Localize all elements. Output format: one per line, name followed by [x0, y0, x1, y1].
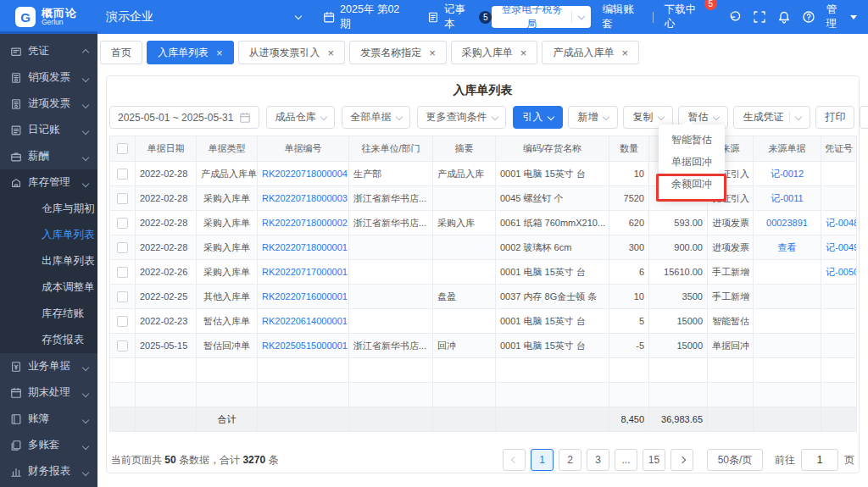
tax-bureau-button[interactable]: 登录电子税务局: [492, 6, 591, 28]
select-all-checkbox[interactable]: [117, 143, 128, 154]
undo-icon[interactable]: [728, 10, 742, 24]
cell-item: 0001 电脑 15英寸 台: [496, 162, 609, 186]
sidebar-item-label: 业务单据: [28, 359, 77, 374]
goto-page-input[interactable]: [801, 449, 838, 471]
sidebar-item[interactable]: 销项发票: [0, 64, 97, 91]
sidebar-subitem[interactable]: 入库单列表: [0, 222, 97, 248]
doc-no-link[interactable]: RK20220718000001: [262, 242, 348, 252]
page-button[interactable]: 1: [531, 449, 554, 471]
doc-no-link[interactable]: RK20220718000003: [262, 193, 348, 203]
sidebar-item[interactable]: 多账套: [0, 432, 97, 458]
row-checkbox[interactable]: [117, 267, 128, 278]
cell-item: 0002 玻璃杯 6cm: [496, 235, 609, 260]
source-doc-link[interactable]: 00023891: [766, 218, 808, 228]
next-page-button[interactable]: [670, 449, 693, 471]
sidebar-item[interactable]: 薪酬: [0, 143, 97, 169]
chevron-down-icon: [603, 113, 609, 119]
print-button[interactable]: 打印: [815, 106, 854, 129]
page-button[interactable]: 15: [643, 449, 665, 471]
cell-voucher: [821, 186, 857, 211]
more-filters-label: 更多查询条件: [426, 110, 487, 125]
sidebar-subitem[interactable]: 存货报表: [0, 327, 97, 353]
row-checkbox[interactable]: [117, 218, 128, 229]
page-size-select[interactable]: 50条/页: [707, 449, 763, 471]
sidebar-subitem[interactable]: 成本调整单: [0, 274, 97, 301]
doc-no-link[interactable]: RK20250515000001: [262, 340, 348, 351]
sidebar-item[interactable]: 凭证: [0, 38, 97, 64]
prev-page-button[interactable]: [503, 449, 526, 471]
doc-no-link[interactable]: RK20220718000002: [262, 218, 348, 228]
row-checkbox[interactable]: [117, 193, 128, 204]
period-display[interactable]: 2025年 第02期: [323, 3, 407, 31]
sidebar-item[interactable]: 期末处理: [0, 379, 97, 406]
voucher-link[interactable]: 记-0049: [826, 242, 857, 252]
estimate-menu-item[interactable]: 智能暂估: [659, 129, 725, 151]
scan-icon[interactable]: [753, 10, 766, 24]
page-ellipsis[interactable]: ...: [615, 449, 637, 471]
tab[interactable]: 入库单列表×: [147, 41, 234, 64]
generate-voucher-button[interactable]: 生成凭证: [733, 106, 810, 129]
company-selector[interactable]: 演示企业: [106, 9, 301, 25]
table-header-row: 单据日期单据类型单据编号往来单位/部门摘要编码/存货名称数量金额来源来源单据凭证…: [110, 136, 857, 162]
date-range-picker[interactable]: 2025-05-01 ~ 2025-05-31: [109, 106, 259, 129]
row-checkbox[interactable]: [117, 169, 128, 180]
row-checkbox[interactable]: [117, 242, 128, 253]
warehouse-select[interactable]: 成品仓库: [266, 106, 335, 129]
doc-no-link[interactable]: RK20220716000001: [262, 291, 348, 302]
cell-summary: [433, 260, 496, 285]
help-icon[interactable]: [802, 10, 815, 24]
voucher-link[interactable]: 记-0050: [826, 267, 857, 277]
sidebar-item[interactable]: 账簿: [0, 406, 97, 432]
row-checkbox[interactable]: [117, 291, 128, 302]
sidebar-item[interactable]: 业务单据: [0, 353, 97, 379]
tab[interactable]: 发票名称指定×: [349, 41, 447, 64]
tab-close-icon[interactable]: ×: [621, 47, 628, 58]
sidebar-subitem[interactable]: 出库单列表: [0, 248, 97, 274]
page-button[interactable]: 3: [587, 449, 609, 471]
notebook-link[interactable]: 记事本 5: [427, 3, 492, 31]
sidebar-group: 库存管理仓库与期初入库单列表出库单列表成本调整单库存结账存货报表: [0, 169, 97, 353]
sidebar-item[interactable]: 财务报表: [0, 458, 97, 484]
tab-close-icon[interactable]: ×: [429, 47, 436, 58]
cell-total-type: 合计: [197, 407, 258, 432]
sidebar-subitem[interactable]: 仓库与期初: [0, 196, 97, 222]
source-doc-link[interactable]: 查看: [778, 242, 797, 252]
tab[interactable]: 从进项发票引入×: [238, 41, 346, 64]
sidebar-item-label: 财务报表: [28, 464, 77, 479]
sidebar-subitem[interactable]: 库存结账: [0, 301, 97, 327]
sidebar-item[interactable]: 进项发票: [0, 91, 97, 117]
manage-menu[interactable]: 管理: [826, 3, 857, 31]
more-filters[interactable]: 更多查询条件: [417, 106, 506, 129]
more-button[interactable]: 更多: [860, 106, 868, 129]
page-button[interactable]: 2: [559, 449, 581, 471]
doc-type-select[interactable]: 全部单据: [342, 106, 410, 129]
sidebar-item[interactable]: 库存管理: [0, 169, 97, 196]
tab[interactable]: 首页: [100, 41, 142, 64]
cell-type: 采购入库单: [197, 260, 258, 285]
doc-no-link[interactable]: RK20220614000001: [262, 316, 348, 326]
sidebar-item[interactable]: 日记账: [0, 117, 97, 143]
estimate-menu-item[interactable]: 单据回冲: [659, 151, 725, 173]
source-doc-link[interactable]: 记-0012: [771, 169, 804, 179]
import-button[interactable]: 引入: [513, 106, 563, 129]
tab-close-icon[interactable]: ×: [328, 47, 335, 58]
doc-no-link[interactable]: RK20220717000001: [262, 267, 348, 277]
download-center-label: 下载中心: [665, 3, 703, 31]
edit-account-link[interactable]: 编辑账套: [602, 3, 641, 31]
bell-icon[interactable]: [777, 10, 791, 24]
add-button[interactable]: 新增: [568, 106, 618, 129]
source-doc-link[interactable]: 记-0011: [771, 193, 803, 203]
row-checkbox[interactable]: [117, 316, 128, 327]
estimate-menu-item[interactable]: 余额回冲: [659, 173, 725, 195]
doc-no-link[interactable]: RK20220718000004: [262, 169, 348, 179]
cell-qty: 10: [609, 285, 649, 309]
tab[interactable]: 采购入库单×: [451, 41, 538, 64]
download-center-link[interactable]: 下载中心 5: [665, 3, 717, 31]
tab[interactable]: 产成品入库单×: [542, 41, 639, 64]
cell-empty: [649, 358, 708, 383]
voucher-link[interactable]: 记-0048: [826, 218, 857, 228]
tab-close-icon[interactable]: ×: [216, 47, 223, 58]
row-checkbox[interactable]: [117, 340, 128, 351]
cell-empty: [708, 358, 754, 383]
tab-close-icon[interactable]: ×: [520, 47, 527, 58]
